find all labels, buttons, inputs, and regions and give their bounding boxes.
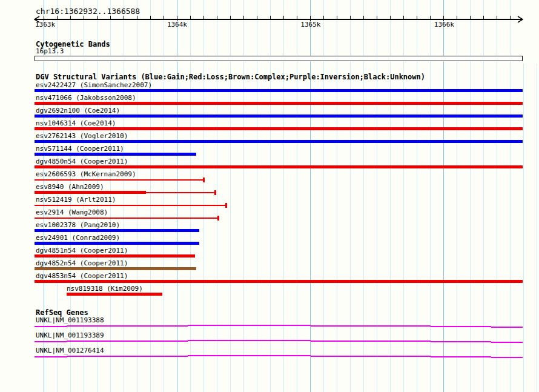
gene-line-segment[interactable] <box>67 325 188 327</box>
variant-bar[interactable] <box>35 115 523 118</box>
cytoband-rect[interactable] <box>35 56 523 61</box>
variant-label[interactable]: nsv571144 (Cooper2011) <box>36 145 124 153</box>
gene-line-segment[interactable] <box>188 340 311 341</box>
gene-line-segment[interactable] <box>67 356 188 357</box>
variant-bar[interactable] <box>35 89 523 92</box>
variant-label[interactable]: nsv1046314 (Coe2014) <box>36 120 116 127</box>
gene-label[interactable]: UNKL|NM_001193388 <box>36 317 104 324</box>
ruler-tick <box>257 16 257 19</box>
ruler-tick <box>390 16 391 19</box>
variant-label[interactable]: nsv471066 (Jakobsson2008) <box>36 95 136 102</box>
ruler-tick <box>150 16 151 19</box>
ruler-tick <box>510 16 511 19</box>
gene-line-segment[interactable] <box>311 356 371 357</box>
gene-line-segment[interactable] <box>431 356 491 357</box>
variant-bar[interactable] <box>35 191 146 194</box>
ruler-tick <box>110 16 111 19</box>
gene-line-segment[interactable] <box>491 357 523 358</box>
variant-bar[interactable] <box>35 254 195 257</box>
ruler-tick <box>497 16 497 19</box>
axis-tick-label: 1363k <box>35 21 55 28</box>
variant-bar[interactable] <box>35 140 523 143</box>
variant-bar[interactable] <box>67 293 162 296</box>
gene-line-segment[interactable] <box>35 326 67 327</box>
dgv-section-title: DGV Structural Variants (Blue:Gain;Red:L… <box>36 73 425 81</box>
variant-end-tick <box>217 216 219 221</box>
gene-line-segment[interactable] <box>35 356 67 357</box>
gene-line-segment[interactable] <box>371 325 431 327</box>
variant-bar[interactable] <box>35 229 199 232</box>
ruler-tick <box>417 16 417 19</box>
gene-line-segment[interactable] <box>311 325 371 327</box>
ruler-tick <box>124 16 124 19</box>
variant-bar[interactable] <box>35 280 523 283</box>
axis-arrow-right-icon <box>517 15 525 24</box>
refseq-section-title: RefSeq Genes <box>36 308 88 317</box>
gene-line-segment[interactable] <box>67 341 188 342</box>
variant-label[interactable]: esv2606593 (McKernan2009) <box>36 171 136 178</box>
variant-label[interactable]: nsv512419 (Arlt2011) <box>36 196 116 204</box>
variant-line[interactable] <box>146 192 215 193</box>
variant-label[interactable]: dgv2692n100 (Coe2014) <box>36 107 120 115</box>
variant-bar[interactable] <box>35 127 523 130</box>
gene-line-segment[interactable] <box>371 356 431 357</box>
cytoband-label: 16p13.3 <box>36 48 64 55</box>
variant-bar[interactable] <box>35 165 523 168</box>
variant-end-tick <box>214 190 216 195</box>
variant-label[interactable]: esv2422427 (SimonSanchez2007) <box>36 82 152 89</box>
ruler-tick <box>164 16 164 19</box>
variant-label[interactable]: esv8940 (Ahn2009) <box>36 184 104 191</box>
variant-label[interactable]: esv2914 (Wang2008) <box>36 209 108 216</box>
variant-label[interactable]: dgv4852n54 (Cooper2011) <box>36 260 128 267</box>
ruler-tick <box>84 16 84 19</box>
ruler-tick <box>243 16 244 19</box>
gene-line-segment[interactable] <box>371 341 431 342</box>
variant-line[interactable] <box>35 179 204 181</box>
genome-browser-canvas: chr16:1362932..1366588 1363k1364k1365k13… <box>0 0 539 392</box>
variant-bar[interactable] <box>35 153 196 156</box>
gene-label[interactable]: UNKL|NM_001276414 <box>36 347 104 354</box>
variant-label[interactable]: esv24901 (Conrad2009) <box>36 234 120 242</box>
variant-label[interactable]: nsv819318 (Kim2009) <box>67 285 143 293</box>
gene-line-segment[interactable] <box>35 341 67 342</box>
ruler-tick <box>283 16 284 19</box>
gene-line-segment[interactable] <box>431 326 491 327</box>
gene-line-segment[interactable] <box>311 341 371 342</box>
gridline-minor <box>537 64 537 392</box>
ruler-tick <box>337 16 337 19</box>
ruler-tick <box>323 16 324 19</box>
gene-line-segment[interactable] <box>431 341 491 342</box>
axis-tick-label: 1366k <box>434 21 454 28</box>
gene-line-segment[interactable] <box>188 325 311 326</box>
ruler-tick <box>350 16 351 19</box>
ruler-tick <box>403 16 404 19</box>
variant-label[interactable]: esv2762143 (Vogler2010) <box>36 133 128 140</box>
gene-line-segment[interactable] <box>188 355 311 356</box>
axis-tick-label: 1365k <box>300 21 320 28</box>
variant-bar[interactable] <box>35 242 199 245</box>
variant-line[interactable] <box>35 218 219 219</box>
ruler-axis-line <box>35 19 523 20</box>
ruler-tick <box>363 16 364 19</box>
ruler-tick <box>297 16 297 19</box>
gene-label[interactable]: UNKL|NM_001193389 <box>36 332 104 339</box>
variant-bar[interactable] <box>35 102 523 105</box>
gridline-minor <box>523 64 524 392</box>
ruler-tick <box>270 16 271 19</box>
variant-label[interactable]: dgv4851n54 (Cooper2011) <box>36 247 128 254</box>
variant-label[interactable]: esv1002378 (Pang2010) <box>36 222 120 229</box>
variant-line[interactable] <box>35 205 227 206</box>
ruler-tick <box>377 16 377 19</box>
ruler-tick <box>430 16 431 19</box>
ruler-tick <box>483 16 484 19</box>
ruler-tick <box>97 16 98 19</box>
variant-label[interactable]: dgv4850n54 (Cooper2011) <box>36 158 128 165</box>
gene-line-segment[interactable] <box>491 327 523 328</box>
region-header: chr16:1362932..1366588 <box>36 7 140 16</box>
variant-bar[interactable] <box>35 267 196 270</box>
variant-label[interactable]: dgv4853n54 (Cooper2011) <box>36 273 128 280</box>
ruler-tick <box>203 16 204 19</box>
ruler-tick <box>70 16 71 19</box>
ruler-tick <box>457 16 457 19</box>
gene-line-segment[interactable] <box>491 342 523 343</box>
